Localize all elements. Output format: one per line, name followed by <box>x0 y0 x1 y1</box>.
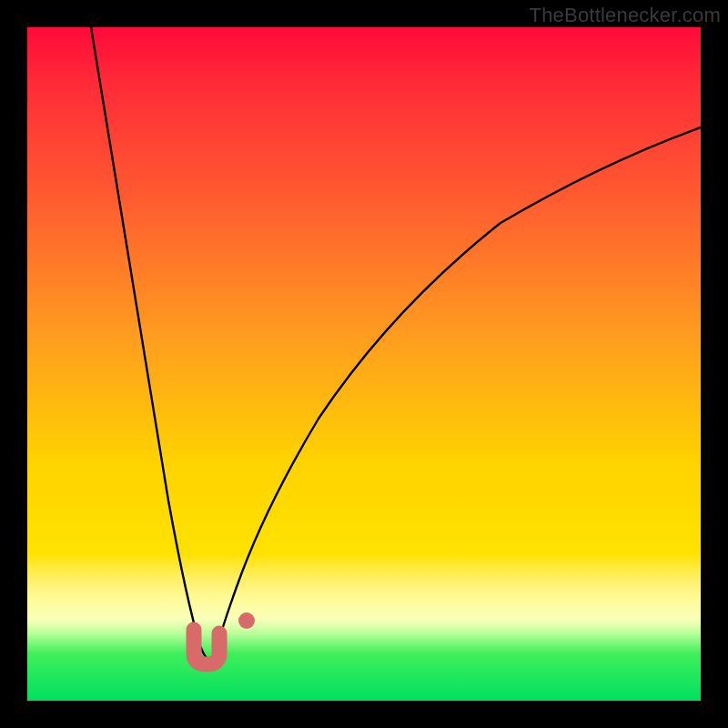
curve-layer <box>27 27 701 701</box>
curve-right-branch <box>214 127 701 659</box>
marker-u-blob <box>194 630 219 664</box>
plot-frame: TheBottlenecker.com <box>0 0 728 728</box>
marker-dot <box>238 612 255 629</box>
curve-left-branch <box>91 27 207 659</box>
plot-area <box>27 27 701 701</box>
watermark-text: TheBottlenecker.com <box>530 4 721 27</box>
